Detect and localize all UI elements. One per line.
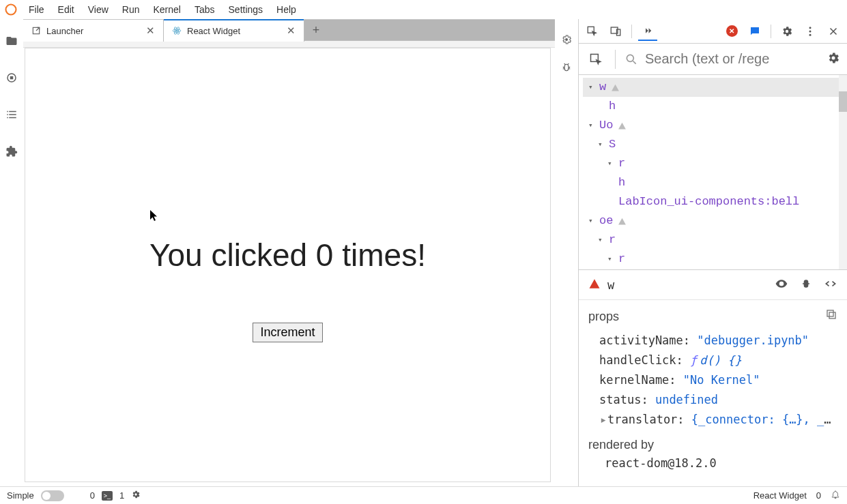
search-icon (625, 53, 638, 66)
tree-warning-icon (617, 121, 627, 130)
menu-settings[interactable]: Settings (222, 1, 270, 18)
menu-view[interactable]: View (81, 1, 115, 18)
extensions-icon[interactable] (5, 145, 18, 158)
tree-node[interactable]: ▾r (583, 154, 847, 173)
tree-node[interactable]: ▾oe (583, 211, 847, 231)
terminal-count: 1 (119, 490, 124, 501)
document-toolbar (23, 41, 555, 48)
menu-file[interactable]: File (22, 1, 51, 18)
toc-icon[interactable] (5, 108, 18, 121)
tab-launcher[interactable]: Launcher✕ (23, 20, 164, 42)
tree-node[interactable]: ▾S (583, 135, 847, 154)
click-counter-heading: You clicked 0 times! (149, 237, 426, 273)
svg-point-4 (176, 30, 177, 31)
terminal-icon[interactable]: >_ (102, 491, 113, 501)
menu-help[interactable]: Help (270, 1, 303, 18)
messages-icon[interactable] (745, 22, 764, 41)
rendered-by-section: rendered by react-dom@18.2.0 (579, 430, 847, 478)
tree-caret-icon: ▾ (588, 211, 595, 231)
tab-react-widget[interactable]: React Widget✕ (164, 20, 304, 42)
tab-title: React Widget (187, 26, 280, 36)
debugger-icon[interactable] (561, 62, 572, 75)
tree-node[interactable]: ▾Uo (583, 116, 847, 135)
increment-button[interactable]: Increment (253, 323, 322, 342)
settings-gear-icon[interactable] (777, 22, 796, 41)
status-settings-icon[interactable] (131, 490, 141, 501)
tab-strip: Launcher✕React Widget✕ + (23, 19, 555, 41)
react-devtools-panel: ▾wh▾Uo▾S▾rhLabIcon_ui-components:bell▾oe… (578, 19, 847, 486)
launcher-icon (31, 26, 41, 35)
tree-node[interactable]: h (583, 173, 847, 192)
svg-rect-2 (10, 76, 14, 80)
svg-rect-17 (829, 312, 835, 318)
devtools-settings-icon[interactable] (827, 51, 840, 67)
error-indicator-icon[interactable] (722, 22, 741, 41)
jupyter-logo (4, 3, 18, 16)
folder-icon[interactable] (5, 34, 18, 48)
tree-scrollbar-thumb[interactable] (839, 91, 847, 112)
kebab-menu-icon[interactable] (801, 22, 820, 41)
tree-node-name: oe (599, 211, 613, 231)
inspect-dom-icon[interactable] (799, 277, 813, 293)
component-tree[interactable]: ▾wh▾Uo▾S▾rhLabIcon_ui-components:bell▾oe… (579, 75, 847, 270)
tab-close-icon[interactable]: ✕ (145, 25, 156, 37)
copy-props-icon[interactable] (825, 307, 837, 327)
running-icon[interactable] (5, 71, 18, 85)
tree-warning-icon (617, 216, 627, 226)
warning-icon (588, 278, 601, 292)
view-source-icon[interactable] (824, 277, 837, 293)
svg-point-0 (6, 5, 16, 15)
selected-component-name: w (607, 278, 614, 292)
notification-bell-icon[interactable] (831, 490, 840, 501)
menu-kernel[interactable]: Kernel (146, 1, 187, 18)
simple-mode-toggle[interactable] (41, 490, 64, 501)
suspend-icon[interactable] (775, 277, 788, 293)
menu-edit[interactable]: Edit (51, 1, 81, 18)
inspect-element-icon[interactable] (583, 22, 602, 41)
device-toggle-icon[interactable] (606, 22, 625, 41)
status-document-label: React Widget (753, 490, 807, 501)
rendered-by-value: react-dom@18.2.0 (588, 456, 837, 470)
more-tabs-icon[interactable] (638, 22, 657, 41)
tree-node-name: S (609, 135, 616, 154)
new-tab-button[interactable]: + (307, 21, 325, 39)
svg-point-13 (809, 30, 812, 32)
tree-node[interactable]: ▾w (583, 78, 847, 97)
props-label: props (588, 307, 619, 327)
close-devtools-icon[interactable] (824, 22, 843, 41)
devtools-search-row (579, 44, 847, 75)
tab-title: Launcher (46, 26, 139, 36)
prop-row[interactable]: kernelName: "No Kernel" (588, 370, 837, 390)
prop-row[interactable]: activityName: "debugger.ipynb" (588, 331, 837, 351)
prop-row[interactable]: ▸translator: {_connector: {…}, _cu… (588, 410, 837, 430)
component-search-input[interactable] (645, 51, 820, 67)
tree-warning-icon (610, 83, 620, 92)
prop-row[interactable]: handleClick: ƒd() {} (588, 351, 837, 370)
tab-close-icon[interactable]: ✕ (285, 25, 297, 37)
status-right-count: 0 (816, 490, 821, 501)
tree-caret-icon: ▾ (598, 135, 605, 154)
tree-node[interactable]: ▾r (583, 250, 847, 269)
tree-caret-icon: ▾ (588, 116, 595, 135)
menu-tabs[interactable]: Tabs (188, 1, 222, 18)
svg-rect-11 (617, 29, 620, 35)
tree-caret-icon: ▾ (607, 154, 614, 173)
pick-component-icon[interactable] (586, 49, 606, 70)
prop-row[interactable]: status: undefined (588, 390, 837, 410)
svg-point-12 (809, 27, 812, 29)
svg-point-14 (809, 33, 812, 35)
tree-node-name: r (609, 231, 616, 250)
tree-node-name: r (618, 250, 625, 269)
tree-node[interactable]: ▾r (583, 231, 847, 250)
cursor-icon (149, 209, 159, 224)
property-inspector-icon[interactable] (561, 34, 572, 47)
tree-caret-icon: ▾ (588, 78, 595, 97)
right-activity-bar (555, 19, 578, 486)
tree-node[interactable]: h (583, 97, 847, 116)
svg-rect-18 (827, 310, 833, 316)
tree-node-name: r (618, 154, 625, 173)
tree-node[interactable]: LabIcon_ui-components:bell (583, 192, 847, 211)
menu-run[interactable]: Run (115, 1, 147, 18)
left-activity-bar (0, 19, 23, 486)
tree-node-name: h (609, 97, 616, 116)
